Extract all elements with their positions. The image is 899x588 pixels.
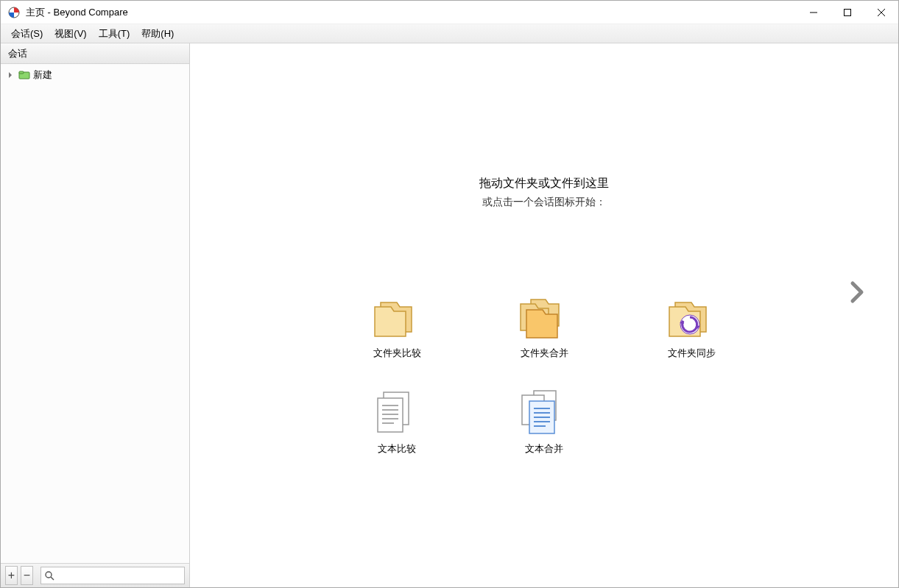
tree-item-label: 新建 bbox=[33, 68, 52, 82]
svg-rect-6 bbox=[19, 71, 24, 74]
session-label: 文件夹合并 bbox=[521, 347, 568, 360]
text-merge-icon bbox=[518, 389, 571, 436]
session-label: 文本合并 bbox=[525, 442, 563, 456]
drop-prompt: 拖动文件夹或文件到这里 或点击一个会话图标开始： bbox=[190, 176, 898, 209]
folder-merge-icon bbox=[518, 294, 571, 341]
content-area: 会话 新建 + − bbox=[1, 43, 898, 587]
menu-view[interactable]: 视图(V) bbox=[49, 25, 92, 43]
chevron-right-icon[interactable] bbox=[5, 70, 15, 80]
search-input[interactable] bbox=[57, 570, 181, 581]
sessions-tree[interactable]: 新建 bbox=[1, 64, 189, 563]
prompt-line-1: 拖动文件夹或文件到这里 bbox=[190, 176, 898, 191]
next-page-button[interactable] bbox=[842, 279, 872, 308]
window-minimize-button[interactable] bbox=[797, 1, 831, 24]
session-type-grid: 文件夹比较 文件夹合并 bbox=[190, 294, 898, 456]
menu-help[interactable]: 帮助(H) bbox=[135, 25, 180, 43]
session-label: 文件夹比较 bbox=[373, 347, 421, 360]
app-window: 主页 - Beyond Compare 会话(S) 视图(V) 工具(T) 帮助… bbox=[0, 0, 899, 588]
svg-point-7 bbox=[46, 572, 52, 578]
session-label: 文件夹同步 bbox=[668, 347, 716, 360]
window-title: 主页 - Beyond Compare bbox=[26, 6, 128, 19]
session-folder-merge[interactable]: 文件夹合并 bbox=[511, 294, 577, 360]
sidebar-header: 会话 bbox=[1, 43, 189, 64]
title-bar: 主页 - Beyond Compare bbox=[1, 1, 898, 24]
menu-tools[interactable]: 工具(T) bbox=[93, 25, 136, 43]
session-text-compare[interactable]: 文本比较 bbox=[364, 389, 430, 456]
search-box[interactable] bbox=[40, 567, 185, 584]
sidebar-footer: + − bbox=[1, 563, 189, 587]
tree-item-new[interactable]: 新建 bbox=[1, 67, 189, 83]
window-close-button[interactable] bbox=[864, 1, 898, 24]
session-text-merge[interactable]: 文本合并 bbox=[511, 389, 577, 456]
home-panel: 拖动文件夹或文件到这里 或点击一个会话图标开始： bbox=[190, 43, 898, 587]
window-maximize-button[interactable] bbox=[831, 1, 864, 24]
folder-new-icon bbox=[18, 69, 30, 81]
session-folder-compare[interactable]: 文件夹比较 bbox=[364, 294, 430, 360]
search-icon bbox=[44, 570, 54, 581]
svg-rect-2 bbox=[845, 9, 851, 15]
menu-bar: 会话(S) 视图(V) 工具(T) 帮助(H) bbox=[1, 24, 898, 43]
session-label: 文本比较 bbox=[378, 442, 416, 456]
session-folder-sync[interactable]: 文件夹同步 bbox=[658, 294, 725, 360]
add-session-button[interactable]: + bbox=[5, 566, 18, 585]
menu-session[interactable]: 会话(S) bbox=[5, 25, 49, 43]
prompt-line-2: 或点击一个会话图标开始： bbox=[190, 196, 898, 209]
svg-line-8 bbox=[51, 577, 54, 580]
sidebar: 会话 新建 + − bbox=[1, 43, 190, 587]
remove-session-button[interactable]: − bbox=[21, 566, 33, 585]
chevron-right-icon bbox=[845, 280, 869, 307]
folder-sync-icon bbox=[665, 294, 718, 341]
app-icon bbox=[8, 7, 20, 18]
folder-compare-icon bbox=[370, 294, 423, 341]
text-compare-icon bbox=[370, 389, 423, 436]
